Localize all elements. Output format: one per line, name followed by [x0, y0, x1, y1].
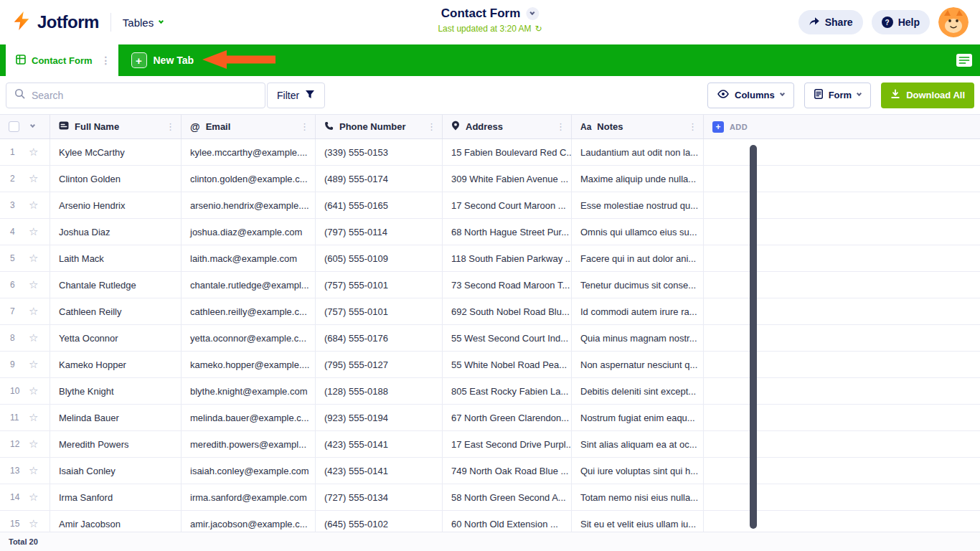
column-header-full-name[interactable]: Full Name ⋮ [50, 115, 182, 138]
cell-address[interactable]: 692 South Nobel Road Blu... [443, 298, 572, 324]
cell-notes[interactable]: Non aspernatur nesciunt q... [572, 352, 704, 377]
tab-contact-form[interactable]: Contact Form ⋮ [6, 44, 118, 76]
cell-notes[interactable]: Laudantium aut odit non la... [572, 139, 704, 165]
cell-phone[interactable]: (605) 555-0109 [316, 245, 443, 271]
cell-phone[interactable]: (923) 555-0194 [316, 405, 443, 430]
form-button[interactable]: Form [804, 83, 872, 108]
cell-email[interactable]: isaiah.conley@example.com [182, 458, 316, 484]
cell-full-name[interactable]: Meredith Powers [50, 431, 182, 457]
cell-address[interactable]: 805 East Rocky Fabien La... [443, 378, 572, 404]
star-icon[interactable]: ☆ [29, 438, 38, 451]
row-select-cell[interactable]: 5☆ [0, 245, 50, 271]
cell-address[interactable]: 749 North Oak Road Blue ... [443, 458, 572, 484]
cell-email[interactable]: meredith.powers@exampl... [182, 431, 316, 457]
search-box[interactable] [6, 83, 265, 108]
row-select-cell[interactable]: 1☆ [0, 139, 50, 165]
cell-address[interactable]: 55 White Nobel Road Pea... [443, 352, 572, 377]
cell-phone[interactable]: (423) 555-0141 [316, 458, 443, 484]
row-select-cell[interactable]: 2☆ [0, 166, 50, 192]
cell-email[interactable]: joshua.diaz@example.com [182, 219, 316, 245]
cell-full-name[interactable]: Blythe Knight [50, 378, 182, 404]
cell-address[interactable]: 60 North Old Extension ... [443, 511, 572, 532]
kebab-icon[interactable]: ⋮ [427, 121, 436, 132]
download-all-button[interactable]: Download All [881, 83, 974, 108]
cell-email[interactable]: irma.sanford@example.com [182, 484, 316, 510]
star-icon[interactable]: ☆ [29, 305, 38, 318]
cell-phone[interactable]: (684) 555-0176 [316, 325, 443, 351]
cell-address[interactable]: 68 North Hague Street Pur... [443, 219, 572, 245]
kebab-icon[interactable]: ⋮ [300, 121, 309, 132]
select-all-cell[interactable] [0, 115, 50, 138]
column-header-phone[interactable]: Phone Number ⋮ [316, 115, 443, 138]
cell-address[interactable]: 73 Second Road Maroon T... [443, 272, 572, 298]
cell-address[interactable]: 15 Fabien Boulevard Red C... [443, 139, 572, 165]
title-dropdown-button[interactable] [526, 7, 539, 20]
row-select-cell[interactable]: 15☆ [0, 511, 50, 532]
kebab-icon[interactable]: ⋮ [556, 121, 565, 132]
star-icon[interactable]: ☆ [29, 252, 38, 265]
cell-email[interactable]: laith.mack@example.com [182, 245, 316, 271]
row-select-cell[interactable]: 14☆ [0, 484, 50, 510]
cell-phone[interactable]: (645) 555-0102 [316, 511, 443, 532]
column-header-address[interactable]: Address ⋮ [443, 115, 572, 138]
cell-notes[interactable]: Nostrum fugiat enim eaqu... [572, 405, 704, 430]
kebab-icon[interactable]: ⋮ [688, 121, 697, 132]
cell-phone[interactable]: (339) 555-0153 [316, 139, 443, 165]
cell-full-name[interactable]: Joshua Diaz [50, 219, 182, 245]
cell-email[interactable]: yetta.oconnor@example.c... [182, 325, 316, 351]
cell-phone[interactable]: (423) 555-0141 [316, 431, 443, 457]
cell-email[interactable]: cathleen.reilly@example.c... [182, 298, 316, 324]
cell-phone[interactable]: (128) 555-0188 [316, 378, 443, 404]
filter-button[interactable]: Filter [267, 83, 325, 108]
row-select-cell[interactable]: 10☆ [0, 378, 50, 404]
cell-full-name[interactable]: Yetta Oconnor [50, 325, 182, 351]
row-select-cell[interactable]: 12☆ [0, 431, 50, 457]
cell-notes[interactable]: Facere qui in aut dolor ani... [572, 245, 704, 271]
star-icon[interactable]: ☆ [29, 385, 38, 397]
column-header-email[interactable]: @ Email ⋮ [182, 115, 316, 138]
kebab-icon[interactable]: ⋮ [166, 121, 175, 132]
row-select-cell[interactable]: 13☆ [0, 458, 50, 484]
row-select-cell[interactable]: 6☆ [0, 272, 50, 298]
vertical-scrollbar[interactable] [750, 145, 757, 529]
cell-full-name[interactable]: Melinda Bauer [50, 405, 182, 430]
star-icon[interactable]: ☆ [29, 278, 38, 291]
add-column-button[interactable]: + ADD [704, 115, 760, 138]
star-icon[interactable]: ☆ [29, 331, 38, 344]
cell-phone[interactable]: (795) 555-0127 [316, 352, 443, 377]
cell-notes[interactable]: Totam nemo nisi eius nulla... [572, 484, 704, 510]
star-icon[interactable]: ☆ [29, 464, 38, 477]
cell-email[interactable]: clinton.golden@example.c... [182, 166, 316, 192]
cell-address[interactable]: 118 South Fabien Parkway ... [443, 245, 572, 271]
cell-notes[interactable]: Qui iure voluptas sint qui h... [572, 458, 704, 484]
cell-address[interactable]: 58 North Green Second A... [443, 484, 572, 510]
cell-notes[interactable]: Debitis deleniti sint except... [572, 378, 704, 404]
cell-notes[interactable]: Tenetur ducimus sit conse... [572, 272, 704, 298]
cell-full-name[interactable]: Laith Mack [50, 245, 182, 271]
star-icon[interactable]: ☆ [29, 358, 38, 371]
cell-email[interactable]: arsenio.hendrix@example.... [182, 192, 316, 218]
cell-full-name[interactable]: Amir Jacobson [50, 511, 182, 532]
star-icon[interactable]: ☆ [29, 199, 38, 212]
cell-notes[interactable]: Sint alias aliquam ea at oc... [572, 431, 704, 457]
cell-notes[interactable]: Esse molestiae nostrud qu... [572, 192, 704, 218]
cell-full-name[interactable]: Arsenio Hendrix [50, 192, 182, 218]
cell-full-name[interactable]: Chantale Rutledge [50, 272, 182, 298]
cell-address[interactable]: 67 North Green Clarendon... [443, 405, 572, 430]
row-select-cell[interactable]: 11☆ [0, 405, 50, 430]
select-all-checkbox[interactable] [9, 121, 19, 132]
cell-phone[interactable]: (641) 555-0165 [316, 192, 443, 218]
tables-nav-dropdown[interactable]: Tables [123, 17, 163, 29]
cell-full-name[interactable]: Irma Sanford [50, 484, 182, 510]
search-input[interactable] [32, 90, 257, 101]
refresh-icon[interactable]: ↻ [535, 24, 542, 34]
star-icon[interactable]: ☆ [29, 411, 38, 424]
row-select-cell[interactable]: 4☆ [0, 219, 50, 245]
new-tab-button[interactable]: + New Tab [131, 52, 194, 68]
cell-address[interactable]: 309 White Fabien Avenue ... [443, 166, 572, 192]
row-select-cell[interactable]: 3☆ [0, 192, 50, 218]
cell-notes[interactable]: Quia minus magnam nostr... [572, 325, 704, 351]
cell-email[interactable]: melinda.bauer@example.c... [182, 405, 316, 430]
cell-phone[interactable]: (757) 555-0101 [316, 298, 443, 324]
cell-address[interactable]: 17 Second Court Maroon ... [443, 192, 572, 218]
